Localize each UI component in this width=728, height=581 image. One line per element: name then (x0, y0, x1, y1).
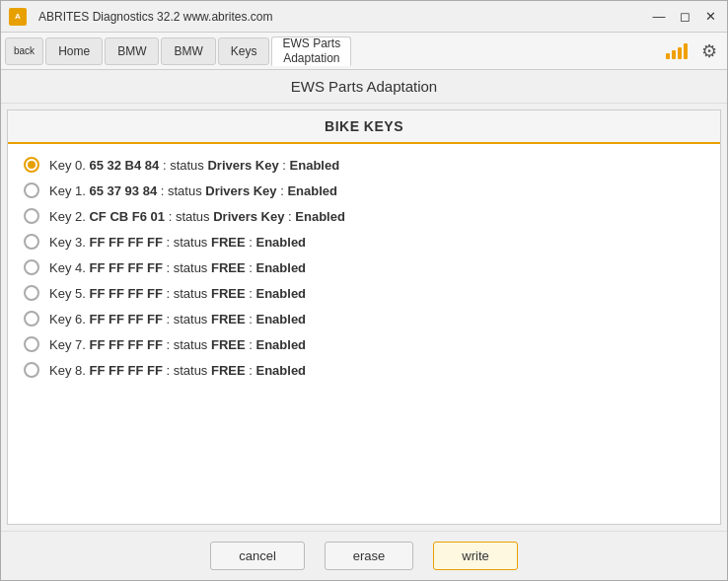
key-label-4: Key 4. FF FF FF FF : status FREE : Enabl… (49, 260, 306, 275)
key-status-4: FREE (211, 260, 246, 275)
key-item-3[interactable]: Key 3. FF FF FF FF : status FREE : Enabl… (24, 229, 704, 254)
window-controls: — ◻ ✕ (650, 8, 719, 26)
key-label-7: Key 7. FF FF FF FF : status FREE : Enabl… (49, 337, 306, 352)
key-status-1: Drivers Key (205, 183, 276, 198)
key-label-3: Key 3. FF FF FF FF : status FREE : Enabl… (49, 235, 306, 250)
radio-2[interactable] (24, 208, 39, 224)
settings-button[interactable]: ⚙ (695, 37, 723, 65)
main-window: A ABRITES Diagnostics 32.2 www.abrites.c… (0, 0, 728, 581)
key-label-1: Key 1. 65 37 93 84 : status Drivers Key … (49, 183, 337, 198)
key-item-0[interactable]: Key 0. 65 32 B4 84 : status Drivers Key … (24, 152, 704, 178)
cancel-button[interactable]: cancel (210, 542, 305, 570)
key-item-4[interactable]: Key 4. FF FF FF FF : status FREE : Enabl… (24, 254, 704, 280)
key-code-7: FF FF FF FF (89, 337, 162, 352)
radio-5[interactable] (24, 285, 39, 301)
key-enabled-7: Enabled (256, 337, 307, 352)
toolbar: back Home BMW BMW Keys EWS PartsAdaptati… (1, 33, 727, 70)
key-label-8: Key 8. FF FF FF FF : status FREE : Enabl… (49, 363, 306, 378)
key-code-0: 65 32 B4 84 (89, 158, 159, 173)
signal-icon (666, 43, 688, 59)
bmw2-button[interactable]: BMW (161, 37, 215, 65)
page-header: EWS Parts Adaptation (1, 70, 727, 104)
logo-icon: A (9, 8, 27, 26)
app-title: ABRITES Diagnostics 32.2 www.abrites.com (38, 10, 650, 24)
bmw1-button[interactable]: BMW (105, 37, 159, 65)
key-enabled-2: Enabled (295, 209, 345, 224)
key-label-5: Key 5. FF FF FF FF : status FREE : Enabl… (49, 286, 306, 301)
content-area: BIKE KEYS Key 0. 65 32 B4 84 : status Dr… (7, 109, 721, 525)
home-button[interactable]: Home (45, 37, 103, 65)
key-status-8: FREE (211, 363, 246, 378)
minimize-button[interactable]: — (650, 8, 668, 26)
key-item-5[interactable]: Key 5. FF FF FF FF : status FREE : Enabl… (24, 280, 704, 306)
maximize-button[interactable]: ◻ (676, 8, 693, 26)
key-label-6: Key 6. FF FF FF FF : status FREE : Enabl… (49, 312, 306, 327)
write-button[interactable]: write (433, 542, 517, 570)
key-item-8[interactable]: Key 8. FF FF FF FF : status FREE : Enabl… (24, 357, 704, 383)
keys-list: Key 0. 65 32 B4 84 : status Drivers Key … (8, 144, 720, 524)
key-code-4: FF FF FF FF (89, 260, 162, 275)
key-status-7: FREE (211, 337, 246, 352)
key-code-6: FF FF FF FF (89, 312, 162, 327)
section-header: BIKE KEYS (8, 110, 720, 144)
key-status-0: Drivers Key (207, 158, 278, 173)
radio-8[interactable] (24, 362, 39, 378)
key-enabled-0: Enabled (290, 158, 340, 173)
title-bar: A ABRITES Diagnostics 32.2 www.abrites.c… (1, 1, 727, 33)
key-item-2[interactable]: Key 2. CF CB F6 01 : status Drivers Key … (24, 203, 704, 229)
key-status-3: FREE (211, 235, 246, 250)
key-status-6: FREE (211, 312, 246, 327)
key-item-1[interactable]: Key 1. 65 37 93 84 : status Drivers Key … (24, 178, 704, 203)
app-logo: A (9, 8, 31, 26)
key-code-1: 65 37 93 84 (89, 183, 157, 198)
bottom-bar: cancel erase write (1, 531, 727, 580)
close-button[interactable]: ✕ (701, 8, 719, 26)
keys-button[interactable]: Keys (218, 37, 270, 65)
key-enabled-5: Enabled (256, 286, 307, 301)
radio-7[interactable] (24, 336, 39, 352)
key-enabled-3: Enabled (256, 235, 307, 250)
key-enabled-4: Enabled (256, 260, 307, 275)
key-status-5: FREE (211, 286, 246, 301)
key-enabled-6: Enabled (256, 312, 307, 327)
key-label-2: Key 2. CF CB F6 01 : status Drivers Key … (49, 209, 345, 224)
key-enabled-8: Enabled (256, 363, 307, 378)
key-item-6[interactable]: Key 6. FF FF FF FF : status FREE : Enabl… (24, 306, 704, 331)
radio-6[interactable] (24, 311, 39, 327)
back-button[interactable]: back (5, 37, 43, 65)
radio-3[interactable] (24, 234, 39, 250)
page-title: EWS Parts Adaptation (291, 78, 437, 95)
radio-1[interactable] (24, 182, 39, 198)
key-item-7[interactable]: Key 7. FF FF FF FF : status FREE : Enabl… (24, 331, 704, 357)
erase-button[interactable]: erase (325, 542, 414, 570)
key-label-0: Key 0. 65 32 B4 84 : status Drivers Key … (49, 158, 339, 173)
key-code-5: FF FF FF FF (89, 286, 162, 301)
key-status-2: Drivers Key (213, 209, 284, 224)
radio-4[interactable] (24, 259, 39, 275)
key-code-3: FF FF FF FF (89, 235, 162, 250)
key-enabled-1: Enabled (287, 183, 337, 198)
key-code-2: CF CB F6 01 (89, 209, 165, 224)
ews-tab[interactable]: EWS PartsAdaptation (271, 36, 351, 66)
radio-0[interactable] (24, 157, 39, 173)
key-code-8: FF FF FF FF (89, 363, 162, 378)
